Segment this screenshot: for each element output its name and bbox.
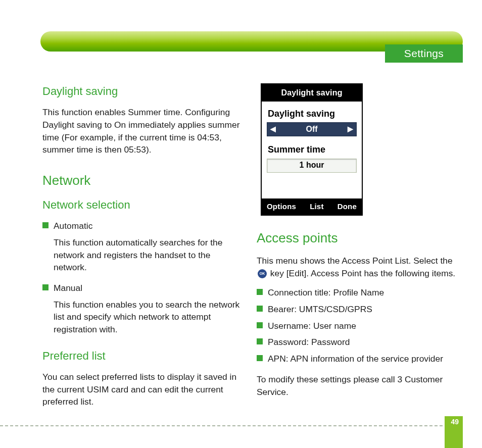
phone-screen-title: Daylight saving bbox=[262, 84, 362, 102]
access-points-outro: To modify these settings please call 3 C… bbox=[257, 373, 458, 398]
access-item-text: Bearer: UMTS/CSD/GPRS bbox=[268, 303, 458, 316]
access-intro-b: key [Edit]. Access Point has the followi… bbox=[270, 268, 455, 278]
phone-softkey-bar: Options List Done bbox=[262, 198, 362, 215]
section-tab-settings: Settings bbox=[385, 44, 463, 63]
heading-access-points: Access points bbox=[257, 229, 458, 247]
square-bullet-icon bbox=[257, 322, 263, 328]
column-right: Daylight saving Daylight saving ◀ Off ▶ … bbox=[257, 83, 458, 415]
square-bullet-icon bbox=[42, 284, 49, 290]
access-item-text: Username: User name bbox=[268, 320, 458, 332]
square-bullet-icon bbox=[257, 355, 263, 361]
ok-button-icon: OK bbox=[258, 269, 267, 278]
manual-body: This function enables you to search the … bbox=[54, 298, 244, 336]
column-left: Daylight saving This function enables Su… bbox=[42, 83, 244, 415]
daylight-saving-body: This function enables Summer time. Confi… bbox=[42, 106, 244, 156]
access-intro-a: This menu shows the Access Point List. S… bbox=[257, 256, 453, 266]
square-bullet-icon bbox=[257, 338, 263, 344]
heading-network: Network bbox=[42, 171, 244, 190]
phone-field-summer-text: 1 hour bbox=[300, 160, 324, 171]
phone-field-summer-value: 1 hour bbox=[267, 159, 357, 173]
phone-softkey-middle: List bbox=[310, 201, 323, 212]
footer-dashed-rule bbox=[0, 425, 463, 426]
access-item-text: Password: Password bbox=[268, 336, 458, 349]
access-points-intro: This menu shows the Access Point List. S… bbox=[257, 255, 458, 279]
chevron-right-icon: ▶ bbox=[348, 124, 353, 134]
bullet-manual-label: Manual bbox=[54, 282, 244, 294]
preferred-list-body: You can select preferred lists to displa… bbox=[42, 371, 244, 408]
phone-screen-body: Daylight saving ◀ Off ▶ Summer time 1 ho… bbox=[262, 102, 362, 198]
phone-field-daylight-text: Off bbox=[306, 124, 317, 135]
phone-screenshot: Daylight saving Daylight saving ◀ Off ▶ … bbox=[261, 83, 363, 216]
access-item-text: APN: APN information of the service prov… bbox=[268, 353, 458, 365]
bullet-automatic-label: Automatic bbox=[54, 220, 244, 232]
bullet-access-item: Password: Password bbox=[257, 336, 458, 349]
bullet-automatic: Automatic bbox=[42, 220, 244, 232]
square-bullet-icon bbox=[257, 289, 263, 295]
bullet-access-item: Bearer: UMTS/CSD/GPRS bbox=[257, 303, 458, 316]
bullet-access-item: Connection title: Profile Name bbox=[257, 286, 458, 299]
page-content: Daylight saving This function enables Su… bbox=[42, 83, 463, 415]
bullet-access-item: APN: APN information of the service prov… bbox=[257, 353, 458, 365]
phone-softkey-left: Options bbox=[267, 201, 296, 212]
heading-daylight-saving: Daylight saving bbox=[42, 83, 244, 99]
heading-network-selection: Network selection bbox=[42, 197, 244, 213]
bullet-manual: Manual bbox=[42, 282, 244, 294]
heading-preferred-list: Preferred list bbox=[42, 348, 244, 364]
bullet-access-item: Username: User name bbox=[257, 320, 458, 332]
square-bullet-icon bbox=[42, 222, 49, 228]
access-item-text: Connection title: Profile Name bbox=[268, 286, 458, 299]
page-number: 49 bbox=[451, 418, 459, 426]
phone-field-label-daylight: Daylight saving bbox=[267, 106, 357, 122]
phone-field-label-summer: Summer time bbox=[267, 141, 357, 158]
chevron-left-icon: ◀ bbox=[270, 124, 276, 134]
automatic-body: This function automatically searches for… bbox=[54, 236, 244, 274]
phone-softkey-right: Done bbox=[338, 201, 357, 212]
phone-field-daylight-value: ◀ Off ▶ bbox=[267, 122, 357, 136]
square-bullet-icon bbox=[257, 306, 263, 312]
